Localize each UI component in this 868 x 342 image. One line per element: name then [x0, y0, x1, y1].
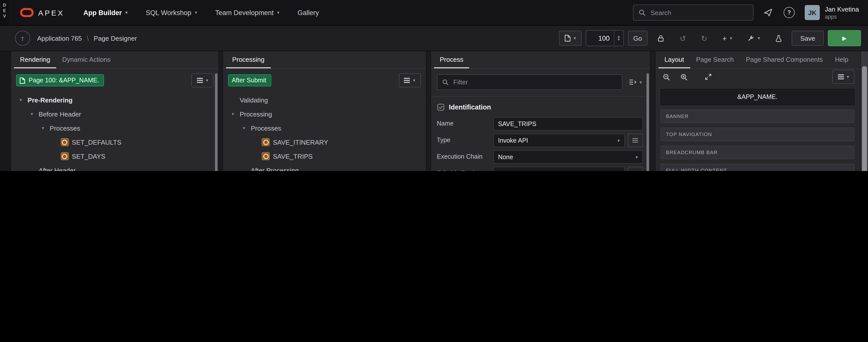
list-go-icon: [628, 79, 637, 85]
nav-sql-workshop[interactable]: SQL Workshop ▾: [146, 9, 197, 16]
tree-item[interactable]: ▾Pre-Rendering: [11, 93, 219, 107]
filter-input[interactable]: [452, 78, 617, 86]
tree-item[interactable]: After Processing: [223, 163, 426, 171]
section-header[interactable]: Identification: [437, 97, 643, 117]
tree-item-label: After Header: [39, 166, 75, 171]
help-button[interactable]: ?: [783, 6, 796, 19]
tree-item[interactable]: ▾Processes: [11, 121, 219, 135]
layout-menu-button[interactable]: ▾: [832, 70, 855, 84]
tree-item[interactable]: SAVE_ITINERARY: [223, 135, 426, 149]
zoom-in-button[interactable]: [679, 72, 688, 82]
chevron-down-icon: ▾: [640, 80, 642, 85]
chevron-down-icon: ▾: [125, 10, 128, 15]
step-down-icon[interactable]: ▼: [617, 38, 620, 41]
select-field[interactable]: None▾: [493, 150, 643, 164]
tab-dynamic-actions[interactable]: Dynamic Actions: [56, 51, 117, 68]
property-filter[interactable]: [437, 74, 622, 90]
page-lock-button[interactable]: [651, 31, 670, 46]
undo-button[interactable]: ↺: [674, 31, 691, 46]
tree-item[interactable]: After Header: [11, 163, 219, 171]
go-up-button[interactable]: ↑: [15, 31, 30, 46]
go-button[interactable]: Go: [628, 31, 648, 46]
chevron-down-icon[interactable]: ▾: [17, 97, 25, 102]
lock-icon: [657, 34, 664, 42]
tree-item-label: Processing: [240, 110, 272, 118]
apex-home-link[interactable]: APEX: [9, 8, 79, 17]
page-selector-button[interactable]: ▾: [559, 31, 582, 46]
global-search[interactable]: [633, 4, 753, 21]
zoom-out-button[interactable]: [661, 72, 671, 82]
tree-item[interactable]: SAVE_TRIPS: [223, 149, 426, 163]
nav-label: App Builder: [83, 9, 122, 16]
gear-glyph: [263, 139, 269, 145]
nav-team-development[interactable]: Team Development ▾: [215, 9, 280, 16]
search-input[interactable]: [650, 8, 748, 17]
environment-banner: DEV: [0, 0, 9, 25]
page-root-node[interactable]: Page 100: &APP_NAME.: [16, 74, 104, 86]
tree-item[interactable]: ▾Processing: [223, 107, 426, 121]
save-button[interactable]: Save: [792, 31, 824, 46]
page-number-value: 100: [586, 34, 614, 42]
run-button[interactable]: ▶: [828, 30, 861, 46]
breadcrumb-application[interactable]: Application 765: [37, 34, 82, 42]
user-menu[interactable]: JK Jan Kvetina apps: [805, 5, 859, 20]
tab-layout[interactable]: Layout: [658, 51, 690, 68]
expand-button[interactable]: [704, 72, 713, 81]
nav-app-builder[interactable]: App Builder ▾: [83, 9, 128, 16]
tree-item[interactable]: ▾Processes: [223, 121, 426, 135]
go-to-target-button[interactable]: ›: [628, 167, 643, 171]
zoom-in-icon: [680, 73, 687, 81]
layout-slot[interactable]: BREADCRUMB BAR: [660, 146, 855, 159]
tree-item[interactable]: Validating: [223, 93, 426, 107]
chevron-down-icon[interactable]: ▾: [39, 126, 47, 131]
chevron-down-icon: ▾: [413, 78, 415, 83]
rendering-menu-button[interactable]: ▾: [191, 73, 214, 87]
search-icon: [442, 79, 448, 85]
utilities-menu-button[interactable]: ▾: [742, 31, 766, 46]
feedback-button[interactable]: [763, 7, 774, 18]
chevron-down-icon[interactable]: ▾: [229, 112, 237, 117]
property-editor-pane: Process ▾ IdentificationNameSAVE_TRIPSTy…: [431, 51, 650, 171]
layout-slot[interactable]: BANNER: [660, 110, 855, 123]
scrollbar-thumb[interactable]: [862, 66, 867, 171]
display-selector-button[interactable]: ▾: [626, 79, 644, 85]
select-field[interactable]: Trips [GRID]▾: [493, 167, 625, 171]
tab-rendering[interactable]: Rendering: [14, 51, 56, 68]
property-section: IdentificationNameSAVE_TRIPSTypeInvoke A…: [431, 96, 650, 171]
scrollbar-thumb[interactable]: [215, 73, 217, 171]
tab-page-shared-components[interactable]: Page Shared Components: [740, 51, 829, 68]
tab-processing[interactable]: Processing: [226, 51, 271, 68]
pane-splitter[interactable]: ◂: [426, 51, 431, 171]
tree-item[interactable]: SET_DEFAULTS: [11, 135, 219, 149]
layout-slot[interactable]: FULL WIDTH CONTENT: [660, 164, 855, 171]
chevron-down-icon[interactable]: ▾: [240, 126, 248, 131]
redo-button[interactable]: ↻: [695, 31, 713, 46]
page-number-field[interactable]: 100 ▲▼: [585, 30, 624, 46]
page-designer-toolbar: ↑ Application 765 \ Page Designer ▾ 100 …: [0, 26, 868, 51]
shared-components-button[interactable]: [770, 31, 787, 46]
chevron-down-icon[interactable]: ▾: [28, 112, 36, 117]
nav-label: SQL Workshop: [146, 9, 191, 16]
property-filter-row: ▾: [431, 69, 650, 96]
pane-splitter[interactable]: ▸: [650, 51, 655, 171]
after-submit-node[interactable]: After Submit: [228, 74, 271, 86]
tree-item[interactable]: ▾Before Header: [11, 107, 219, 121]
tree-item[interactable]: SET_DAYS: [11, 149, 219, 163]
select-field[interactable]: Invoke API▾: [493, 133, 625, 147]
text-field[interactable]: SAVE_TRIPS: [493, 117, 643, 131]
chevron-down-icon: ▾: [636, 154, 638, 159]
scrollbar-thumb[interactable]: [646, 73, 649, 171]
tab-page-search[interactable]: Page Search: [690, 51, 740, 68]
tab-help[interactable]: Help: [829, 51, 855, 68]
layout-slot[interactable]: TOP NAVIGATION: [660, 128, 855, 141]
window-scrollbar[interactable]: [861, 51, 868, 171]
redo-icon: ↻: [701, 34, 707, 42]
select-value: Trips [GRID]: [498, 170, 533, 171]
create-menu-button[interactable]: + ▾: [717, 31, 738, 46]
pane-splitter[interactable]: ◂: [218, 51, 223, 171]
page-number-stepper[interactable]: ▲▼: [614, 31, 623, 46]
quick-pick-button[interactable]: [628, 133, 643, 147]
tab-process[interactable]: Process: [434, 51, 469, 68]
processing-menu-button[interactable]: ▾: [399, 73, 421, 87]
nav-gallery[interactable]: Gallery: [298, 9, 319, 16]
